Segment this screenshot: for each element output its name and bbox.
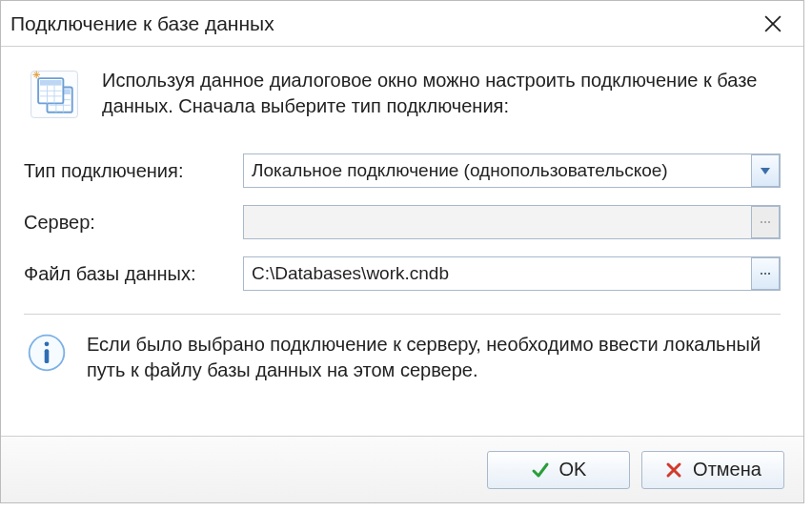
database-wizard-icon [24, 64, 85, 125]
row-connection-type: Тип подключения: [24, 153, 781, 188]
ok-button-label: OK [559, 459, 587, 480]
info-row: Если было выбрано подключение к серверу,… [24, 330, 781, 383]
ellipsis-icon [761, 221, 770, 223]
info-text: Если было выбрано подключение к серверу,… [87, 330, 781, 383]
connection-type-dropdown-button[interactable] [751, 154, 780, 187]
db-file-field[interactable] [243, 256, 781, 291]
row-db-file: Файл базы данных: [24, 256, 781, 291]
separator [24, 314, 781, 315]
svg-marker-19 [761, 168, 770, 174]
server-input [243, 205, 781, 239]
db-file-browse-button[interactable] [751, 257, 780, 290]
server-browse-button [751, 206, 780, 238]
close-button[interactable] [754, 5, 792, 43]
label-server: Сервер: [24, 212, 243, 234]
chevron-down-icon [759, 164, 772, 177]
intro-row: Используя данное диалоговое окно можно н… [24, 64, 781, 125]
label-connection-type: Тип подключения: [24, 160, 243, 182]
ellipsis-icon [761, 273, 770, 275]
intro-text: Используя данное диалоговое окно можно н… [102, 64, 781, 119]
server-field [243, 205, 781, 239]
dialog-window: Подключение к базе данных [0, 0, 804, 503]
row-server: Сервер: [24, 205, 781, 239]
info-icon [24, 330, 70, 376]
window-title: Подключение к базе данных [10, 12, 274, 35]
label-db-file: Файл базы данных: [24, 263, 243, 285]
titlebar: Подключение к базе данных [1, 1, 803, 47]
svg-rect-10 [40, 80, 62, 86]
ok-button[interactable]: OK [487, 451, 630, 489]
cancel-button[interactable]: Отмена [641, 451, 784, 489]
dialog-body: Используя данное диалоговое окно можно н… [1, 47, 803, 436]
svg-rect-22 [45, 349, 50, 363]
close-icon [764, 15, 782, 32]
connection-type-field[interactable] [243, 153, 781, 188]
connection-type-input[interactable] [243, 153, 781, 188]
db-file-input[interactable] [243, 256, 781, 291]
dialog-footer: OK Отмена [1, 436, 803, 502]
check-icon [531, 460, 550, 480]
cancel-icon [664, 460, 683, 480]
cancel-button-label: Отмена [693, 459, 761, 480]
svg-point-21 [45, 341, 50, 346]
